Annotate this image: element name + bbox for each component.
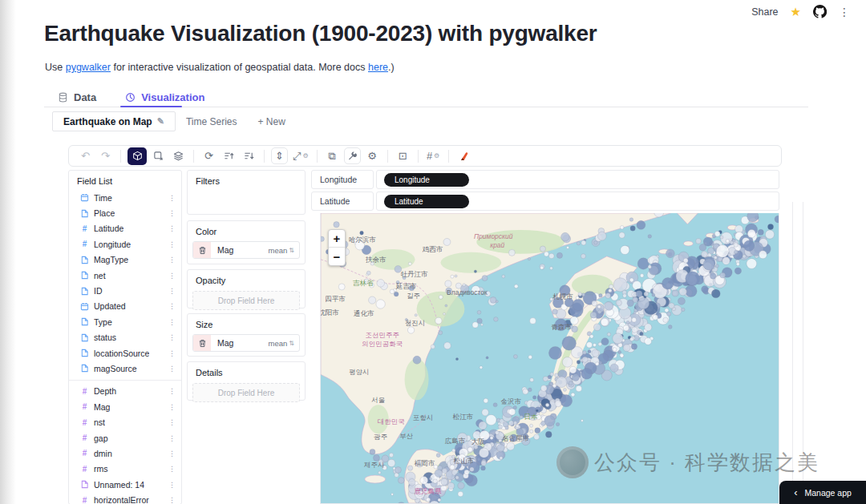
updown-arrows-icon: ⇅: [289, 247, 294, 254]
kebab-menu-icon[interactable]: ⋮: [168, 302, 176, 310]
field-item-dmin[interactable]: #dmin⋮: [69, 446, 181, 461]
field-item-place[interactable]: Place⋮: [69, 205, 181, 220]
tab-visualization[interactable]: Visualization: [125, 87, 204, 107]
mini-gear-icon: ⚙: [302, 152, 308, 159]
field-item-id[interactable]: ID⋮: [69, 283, 181, 298]
resize-icon[interactable]: ⤢⚙: [291, 147, 310, 164]
kebab-menu-icon[interactable]: ⋮: [168, 194, 176, 202]
drop-field-zone[interactable]: Drop Field Here: [192, 291, 300, 310]
field-item-latitude[interactable]: #Latitude⋮: [69, 221, 181, 236]
kebab-menu-icon[interactable]: ⋮: [168, 333, 176, 341]
kebab-menu-icon[interactable]: ⋮: [168, 209, 176, 217]
field-item-unnamed-14[interactable]: Unnamed: 14⋮: [69, 477, 181, 492]
toolbar-separator: [193, 150, 194, 163]
sort-ascending-icon[interactable]: [221, 147, 237, 164]
field-item-net[interactable]: net⋮: [69, 268, 181, 283]
export-embed-icon[interactable]: ⊡: [395, 147, 411, 164]
details-shelf[interactable]: DetailsDrop Field Here: [187, 361, 306, 401]
field-item-magtype[interactable]: MagType⋮: [69, 252, 181, 268]
kebab-menu-icon[interactable]: ⋮: [168, 224, 176, 232]
map-place-label: 通化市: [354, 309, 374, 317]
field-item-depth[interactable]: #Depth⋮: [69, 384, 181, 399]
aggregation-select[interactable]: mean⇅: [269, 246, 299, 255]
kebab-menu-icon[interactable]: ⋮: [168, 450, 176, 458]
kebab-menu-icon[interactable]: ⋮: [168, 318, 176, 326]
geom-cube-icon[interactable]: [127, 147, 147, 165]
kebab-menu-icon[interactable]: ⋮: [168, 481, 176, 489]
field-item-type[interactable]: Type⋮: [69, 314, 181, 329]
kebab-menu-icon[interactable]: ⋮: [168, 496, 176, 504]
share-button[interactable]: Share: [751, 6, 778, 18]
kebab-menu-icon[interactable]: ⋮: [168, 240, 176, 248]
limit-number-icon[interactable]: #⚙: [425, 147, 442, 164]
kebab-menu-icon[interactable]: ⋮: [168, 403, 176, 411]
longitude-field-pill[interactable]: Longitude: [384, 173, 469, 187]
wrench-tools-icon[interactable]: [344, 147, 361, 164]
hash-icon: #: [80, 387, 89, 396]
field-item-gap[interactable]: #gap⋮: [69, 430, 181, 446]
kebab-menu-icon[interactable]: ⋮: [168, 349, 176, 357]
drop-field-zone[interactable]: Drop Field Here: [192, 383, 300, 402]
chart-tab-time-series[interactable]: Time Series: [176, 111, 248, 131]
mini-gear-icon: ⚙: [434, 152, 439, 159]
latitude-shelf[interactable]: Latitude: [376, 192, 779, 211]
field-item-horizontalerror[interactable]: #horizontalError⋮: [69, 492, 181, 504]
color-shelf[interactable]: Color Mag mean⇅: [187, 220, 306, 264]
kebab-menu-icon[interactable]: ⋮: [168, 434, 176, 442]
row-height-icon[interactable]: ⇕: [271, 147, 288, 164]
github-icon[interactable]: [813, 5, 827, 18]
field-item-time[interactable]: Time⋮: [69, 190, 181, 205]
map-canvas[interactable]: 哈尔滨市鸡西市扶余市牡丹江市延吉市길주吉林省四平市沈阳市通化市청진시조선민주주의…: [320, 213, 779, 504]
kebab-menu-icon[interactable]: ⋮: [168, 272, 176, 280]
duplicate-icon[interactable]: ⧉: [324, 147, 341, 164]
tab-data[interactable]: Data: [58, 87, 96, 107]
manage-app-button[interactable]: ‹ Manage app: [779, 481, 866, 504]
subtitle-text: for interactive visualization of geospat…: [111, 62, 368, 73]
pygwalker-link[interactable]: pygwalker: [66, 62, 111, 73]
size-shelf[interactable]: Size Mag mean⇅: [187, 313, 306, 357]
docs-link[interactable]: here: [368, 62, 388, 73]
pill-field-name: Mag: [211, 338, 233, 348]
star-icon[interactable]: ★: [791, 6, 801, 18]
refresh-icon[interactable]: ⟳: [200, 147, 217, 164]
mark-rect-pen-icon[interactable]: [150, 147, 167, 164]
painter-brush-icon[interactable]: [455, 147, 472, 164]
field-item-nst[interactable]: #nst⋮: [69, 414, 181, 429]
trash-icon[interactable]: [193, 335, 211, 351]
field-item-rms[interactable]: #rms⋮: [69, 462, 181, 477]
size-field-pill[interactable]: Mag mean⇅: [192, 334, 300, 352]
settings-gear-icon[interactable]: ⚙: [364, 147, 381, 164]
field-item-updated[interactable]: Updated⋮: [69, 299, 181, 314]
opacity-shelf[interactable]: OpacityDrop Field Here: [187, 269, 306, 308]
color-field-pill[interactable]: Mag mean⇅: [192, 241, 300, 259]
redo-icon[interactable]: ↷: [97, 147, 114, 164]
layers-icon[interactable]: [170, 147, 187, 164]
trash-icon[interactable]: [193, 242, 211, 258]
field-item-status[interactable]: status⋮: [69, 330, 181, 345]
field-item-locationsource[interactable]: locationSource⋮: [69, 345, 181, 361]
kebab-menu-icon[interactable]: ⋮: [168, 365, 176, 373]
field-item-mag[interactable]: #Mag⋮: [69, 399, 181, 414]
undo-icon[interactable]: ↶: [77, 147, 94, 164]
chart-tab--new[interactable]: + New: [247, 111, 295, 131]
field-item-magsource[interactable]: magSource⋮: [69, 361, 181, 376]
kebab-menu-icon[interactable]: ⋮: [168, 256, 176, 264]
scrollbar-track[interactable]: [792, 202, 803, 504]
kebab-menu-icon[interactable]: ⋮: [168, 465, 176, 473]
doc-icon: [80, 287, 89, 296]
sort-descending-icon[interactable]: [241, 147, 257, 164]
zoom-in-button[interactable]: +: [329, 230, 345, 248]
latitude-field-pill[interactable]: Latitude: [384, 195, 469, 208]
edit-pencil-icon[interactable]: ✎: [157, 116, 164, 127]
kebab-menu-icon[interactable]: ⋮: [168, 418, 176, 426]
filters-shelf[interactable]: Filters: [187, 170, 306, 215]
longitude-shelf[interactable]: Longitude: [376, 170, 779, 189]
chart-tab-earthquake-on-map[interactable]: Earthquake on Map✎: [52, 111, 176, 131]
aggregation-select[interactable]: mean⇅: [269, 339, 299, 348]
zoom-out-button[interactable]: −: [329, 248, 345, 265]
field-item-longitude[interactable]: #Longitude⋮: [69, 236, 181, 252]
chart-tab-label: Earthquake on Map: [63, 116, 152, 127]
kebab-menu-icon[interactable]: ⋮: [168, 287, 176, 295]
kebab-menu-icon[interactable]: ⋮: [168, 387, 176, 395]
overflow-menu-icon[interactable]: ⋮: [839, 6, 850, 18]
